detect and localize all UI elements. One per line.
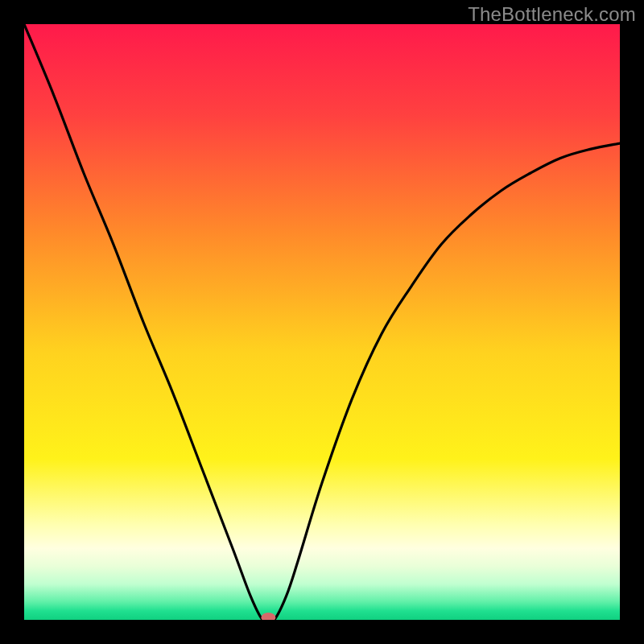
chart-svg — [24, 24, 620, 620]
gradient-background — [24, 24, 620, 620]
chart-frame: TheBottleneck.com — [0, 0, 644, 644]
attribution-text: TheBottleneck.com — [468, 3, 636, 26]
plot-area — [24, 24, 620, 620]
